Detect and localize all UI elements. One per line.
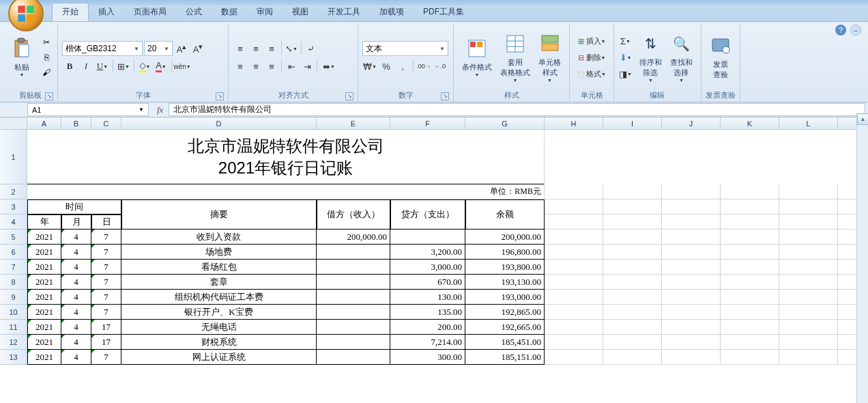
data-credit[interactable] bbox=[390, 230, 465, 245]
data-balance[interactable]: 185,151.00 bbox=[465, 350, 545, 365]
vertical-scrollbar[interactable]: ▲ bbox=[856, 113, 868, 403]
data-year[interactable]: 2021 bbox=[27, 260, 61, 275]
data-year[interactable]: 2021 bbox=[27, 245, 61, 260]
data-summary[interactable]: 网上认证系统 bbox=[121, 350, 317, 365]
data-month[interactable]: 4 bbox=[61, 230, 91, 245]
cell-empty[interactable] bbox=[545, 335, 603, 350]
col-header-H[interactable]: H bbox=[545, 117, 603, 130]
cell-empty[interactable] bbox=[662, 335, 721, 350]
cell-styles-button[interactable]: 单元格 样式▼ bbox=[534, 31, 565, 84]
cell-empty[interactable] bbox=[779, 245, 838, 260]
row-header-12[interactable]: 12 bbox=[0, 335, 27, 350]
borders-button[interactable]: ⊞▼ bbox=[116, 59, 131, 74]
cell-empty[interactable] bbox=[603, 214, 662, 230]
row-header-10[interactable]: 10 bbox=[0, 305, 27, 320]
number-launcher[interactable]: ↘ bbox=[441, 92, 449, 100]
data-month[interactable]: 4 bbox=[61, 305, 91, 320]
data-credit[interactable]: 300.00 bbox=[390, 350, 465, 365]
cell-empty[interactable] bbox=[721, 199, 779, 214]
percent-button[interactable]: % bbox=[379, 59, 394, 74]
data-day[interactable]: 7 bbox=[91, 260, 121, 275]
cell-empty[interactable] bbox=[721, 350, 779, 365]
data-balance[interactable]: 193,130.00 bbox=[465, 275, 545, 290]
data-day[interactable]: 7 bbox=[91, 350, 121, 365]
table-format-button[interactable]: 套用 表格格式▼ bbox=[496, 31, 534, 84]
cell-empty[interactable] bbox=[779, 184, 838, 199]
align-launcher[interactable]: ↘ bbox=[345, 92, 353, 100]
format-painter-button[interactable]: 🖌 bbox=[40, 66, 53, 79]
data-summary[interactable]: 收到入资款 bbox=[121, 230, 317, 245]
cell-empty[interactable] bbox=[721, 290, 779, 305]
tab-4[interactable]: 数据 bbox=[212, 3, 247, 21]
hdr-year[interactable]: 年 bbox=[27, 214, 61, 230]
cell-empty[interactable] bbox=[779, 199, 838, 214]
row-header-6[interactable]: 6 bbox=[0, 245, 27, 260]
tab-0[interactable]: 开始 bbox=[52, 3, 89, 21]
increase-indent-button[interactable]: ⇥ bbox=[300, 59, 315, 74]
tab-9[interactable]: PDF工具集 bbox=[414, 3, 474, 21]
data-year[interactable]: 2021 bbox=[27, 350, 61, 365]
data-day[interactable]: 7 bbox=[91, 245, 121, 260]
fx-icon[interactable]: fx bbox=[157, 105, 163, 115]
cell-empty[interactable] bbox=[662, 305, 721, 320]
cell-empty[interactable] bbox=[779, 214, 838, 230]
cell-empty[interactable] bbox=[603, 305, 662, 320]
row-header-13[interactable]: 13 bbox=[0, 350, 27, 365]
data-year[interactable]: 2021 bbox=[27, 230, 61, 245]
cell-empty[interactable] bbox=[545, 305, 603, 320]
data-credit[interactable]: 670.00 bbox=[390, 275, 465, 290]
cell-empty[interactable] bbox=[662, 245, 721, 260]
cell-empty[interactable] bbox=[603, 184, 662, 199]
hdr-debit[interactable]: 借方（收入） bbox=[317, 199, 390, 230]
cell-empty[interactable] bbox=[603, 230, 662, 245]
help-icon[interactable]: ? bbox=[835, 25, 846, 36]
data-year[interactable]: 2021 bbox=[27, 320, 61, 335]
col-header-F[interactable]: F bbox=[390, 117, 465, 130]
grow-font-button[interactable]: A▴ bbox=[174, 41, 189, 56]
accounting-format-button[interactable]: ₩▼ bbox=[362, 59, 377, 74]
tab-1[interactable]: 插入 bbox=[89, 3, 124, 21]
autosum-button[interactable]: Σ ▼ bbox=[618, 33, 633, 48]
cell-empty[interactable] bbox=[662, 350, 721, 365]
col-header-A[interactable]: A bbox=[27, 117, 61, 130]
align-left-button[interactable]: ≡ bbox=[233, 59, 248, 74]
phonetic-button[interactable]: wén▼ bbox=[175, 59, 190, 74]
data-month[interactable]: 4 bbox=[61, 275, 91, 290]
data-balance[interactable]: 196,800.00 bbox=[465, 245, 545, 260]
select-all-corner[interactable] bbox=[0, 117, 27, 130]
cell-empty[interactable] bbox=[603, 199, 662, 214]
data-debit[interactable] bbox=[317, 335, 390, 350]
font-size-select[interactable]: 20▼ bbox=[144, 41, 173, 56]
cell-empty[interactable] bbox=[721, 260, 779, 275]
data-year[interactable]: 2021 bbox=[27, 290, 61, 305]
data-credit[interactable]: 130.00 bbox=[390, 290, 465, 305]
row-header-1[interactable]: 1 bbox=[0, 130, 27, 184]
name-box[interactable]: A1▼ bbox=[27, 103, 149, 116]
data-credit[interactable]: 3,200.00 bbox=[390, 245, 465, 260]
cell-empty[interactable] bbox=[721, 320, 779, 335]
data-year[interactable]: 2021 bbox=[27, 305, 61, 320]
invoice-check-button[interactable]: 发票 查验 bbox=[706, 33, 736, 81]
data-balance[interactable]: 192,865.00 bbox=[465, 305, 545, 320]
data-month[interactable]: 4 bbox=[61, 320, 91, 335]
row-header-7[interactable]: 7 bbox=[0, 260, 27, 275]
data-debit[interactable] bbox=[317, 305, 390, 320]
formula-input[interactable]: 北京市温妮特软件有限公司 bbox=[169, 103, 865, 116]
col-header-B[interactable]: B bbox=[61, 117, 91, 130]
col-header-G[interactable]: G bbox=[465, 117, 545, 130]
cell-empty[interactable] bbox=[603, 335, 662, 350]
data-summary[interactable]: 看场红包 bbox=[121, 260, 317, 275]
tab-6[interactable]: 视图 bbox=[283, 3, 318, 21]
increase-decimal-button[interactable]: .00→ bbox=[416, 59, 431, 74]
cell-empty[interactable] bbox=[603, 320, 662, 335]
cell-empty[interactable] bbox=[721, 230, 779, 245]
col-header-J[interactable]: J bbox=[662, 117, 721, 130]
data-debit[interactable] bbox=[317, 245, 390, 260]
merge-center-button[interactable]: ⬌▼ bbox=[319, 59, 338, 74]
cell-empty[interactable] bbox=[603, 245, 662, 260]
cell-empty[interactable] bbox=[662, 260, 721, 275]
scroll-up-button[interactable]: ▲ bbox=[857, 113, 868, 125]
decrease-decimal-button[interactable]: ←.0 bbox=[433, 59, 448, 74]
align-right-button[interactable]: ≡ bbox=[264, 59, 279, 74]
cell-empty[interactable] bbox=[662, 184, 721, 199]
